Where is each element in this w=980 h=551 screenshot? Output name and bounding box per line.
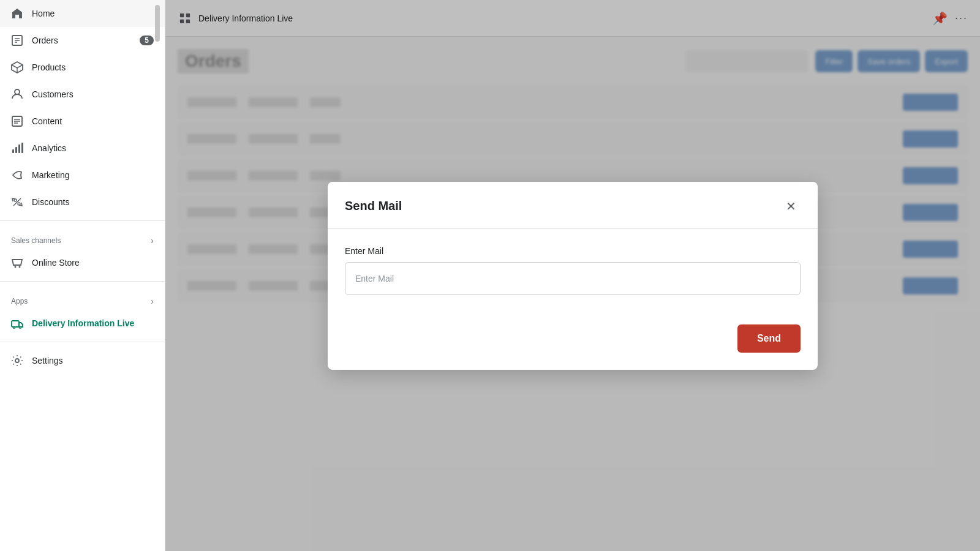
orders-icon <box>11 34 23 47</box>
sidebar-item-label: Discounts <box>32 197 69 207</box>
delivery-icon <box>11 317 23 329</box>
chevron-right-icon: › <box>151 236 154 246</box>
sidebar-item-discounts[interactable]: Discounts <box>0 189 165 216</box>
svg-point-22 <box>15 359 19 362</box>
sidebar: Home Orders 5 Products Customers Content <box>0 0 165 551</box>
modal-overlay: Send Mail ✕ Enter Mail Send <box>165 0 980 551</box>
sidebar-divider-3 <box>0 342 165 342</box>
svg-rect-19 <box>12 321 19 327</box>
sidebar-item-online-store[interactable]: Online Store <box>0 249 165 276</box>
svg-rect-11 <box>15 147 17 153</box>
customers-icon <box>11 88 23 100</box>
sidebar-item-label: Marketing <box>32 170 69 180</box>
sidebar-item-label: Settings <box>32 356 63 365</box>
sales-channels-label: Sales channels <box>11 236 61 245</box>
main-content: Delivery Information Live 📌 ··· Orders F… <box>165 0 980 551</box>
modal-field-label: Enter Mail <box>345 246 801 256</box>
sidebar-item-label: Analytics <box>32 143 66 153</box>
sidebar-item-label: Delivery Information Live <box>32 318 134 328</box>
modal-title: Send Mail <box>345 199 402 213</box>
svg-point-21 <box>20 327 21 329</box>
send-button[interactable]: Send <box>737 324 801 353</box>
sidebar-item-label: Customers <box>32 89 74 99</box>
svg-rect-13 <box>21 143 23 153</box>
sidebar-item-label: Home <box>32 9 55 18</box>
sidebar-item-settings[interactable]: Settings <box>0 347 165 374</box>
sidebar-item-label: Content <box>32 116 62 126</box>
svg-point-15 <box>18 203 20 205</box>
chevron-right-icon-2: › <box>151 296 154 306</box>
sidebar-scroll-indicator <box>155 5 160 42</box>
sidebar-item-content[interactable]: Content <box>0 108 165 135</box>
sidebar-item-label: Online Store <box>32 258 80 268</box>
svg-rect-12 <box>18 144 20 153</box>
sidebar-item-orders[interactable]: Orders 5 <box>0 27 165 54</box>
sidebar-item-home[interactable]: Home <box>0 0 165 27</box>
svg-point-5 <box>15 89 20 94</box>
sidebar-item-marketing[interactable]: Marketing <box>0 162 165 189</box>
sidebar-divider-2 <box>0 281 165 282</box>
svg-point-14 <box>14 199 17 201</box>
mail-input[interactable] <box>345 262 801 295</box>
svg-point-17 <box>15 266 17 268</box>
modal-close-button[interactable]: ✕ <box>781 197 801 216</box>
products-icon <box>11 61 23 73</box>
svg-point-20 <box>13 327 15 329</box>
apps-section[interactable]: Apps › <box>0 287 165 310</box>
modal-footer: Send <box>328 312 818 370</box>
marketing-icon <box>11 169 23 181</box>
svg-point-18 <box>19 266 21 268</box>
settings-icon <box>11 354 23 367</box>
orders-badge: 5 <box>140 36 154 45</box>
apps-label: Apps <box>11 297 28 305</box>
modal-body: Enter Mail <box>328 229 818 312</box>
content-icon <box>11 115 23 127</box>
home-icon <box>11 7 23 20</box>
discounts-icon <box>11 196 23 208</box>
send-mail-modal: Send Mail ✕ Enter Mail Send <box>328 182 818 370</box>
sidebar-divider-1 <box>0 220 165 221</box>
modal-header: Send Mail ✕ <box>328 182 818 229</box>
sidebar-item-label: Products <box>32 62 66 72</box>
sidebar-item-customers[interactable]: Customers <box>0 81 165 108</box>
sidebar-item-analytics[interactable]: Analytics <box>0 135 165 162</box>
analytics-icon <box>11 142 23 154</box>
sidebar-item-label: Orders <box>32 36 58 45</box>
sidebar-item-products[interactable]: Products <box>0 54 165 81</box>
svg-rect-10 <box>12 149 14 153</box>
online-store-icon <box>11 257 23 269</box>
sales-channels-section[interactable]: Sales channels › <box>0 226 165 249</box>
sidebar-item-delivery[interactable]: Delivery Information Live <box>0 310 165 337</box>
